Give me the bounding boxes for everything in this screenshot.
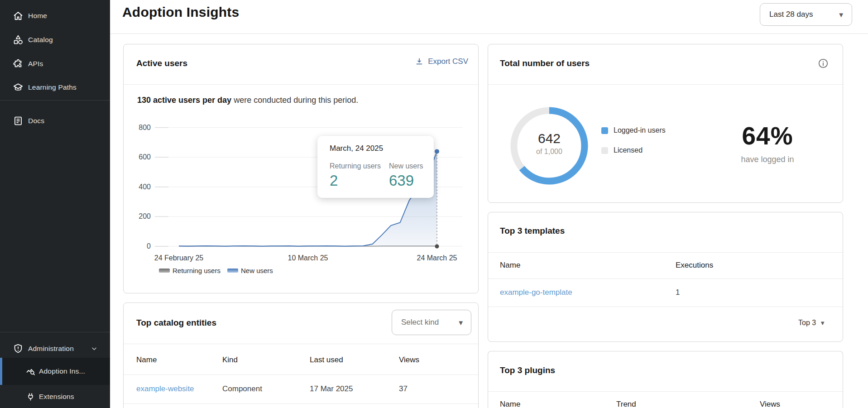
x-axis-tick-label: 10 March 25 bbox=[288, 254, 328, 262]
sidebar-item-docs[interactable]: Docs bbox=[0, 109, 110, 133]
column-header-executions: Executions bbox=[676, 261, 713, 270]
legend-item-logged-in: Logged-in users bbox=[601, 126, 666, 134]
logged-in-percent-block: 64% have logged in bbox=[715, 121, 820, 164]
tooltip-returning-users: Returning users 2 bbox=[330, 162, 381, 189]
card-divider bbox=[124, 344, 479, 344]
column-header-views: Views bbox=[399, 355, 419, 365]
legend-label: Logged-in users bbox=[614, 126, 666, 134]
row-divider bbox=[124, 403, 479, 404]
logged-in-count: 642 bbox=[516, 131, 582, 146]
row-divider bbox=[488, 278, 844, 279]
highlight-point-dot bbox=[435, 149, 439, 154]
sidebar-item-label: Docs bbox=[28, 117, 44, 125]
tooltip-date: March, 24 2025 bbox=[330, 144, 383, 153]
card-title: Top 3 plugins bbox=[500, 365, 555, 375]
chevron-down-icon: ▼ bbox=[820, 320, 825, 326]
y-axis-tick-label: 800 bbox=[139, 124, 151, 131]
sidebar-item-label: Learning Paths bbox=[28, 83, 77, 91]
shield-alert-icon bbox=[13, 343, 24, 354]
tooltip-label: Returning users bbox=[330, 162, 381, 170]
sidebar-item-catalog[interactable]: Catalog bbox=[0, 28, 110, 52]
legend-item-licensed: Licensed bbox=[601, 146, 643, 154]
chevron-down-icon bbox=[91, 345, 98, 352]
sidebar-item-label: Administration bbox=[28, 345, 74, 353]
legend-label: New users bbox=[241, 267, 273, 274]
sidebar-item-label: Catalog bbox=[28, 36, 53, 44]
apis-icon bbox=[13, 58, 24, 69]
donut-center-label: 642 of 1,000 bbox=[516, 131, 582, 156]
licensed-total: of 1,000 bbox=[516, 148, 582, 156]
sidebar-item-learning-paths[interactable]: Learning Paths bbox=[0, 76, 110, 99]
page-title: Adoption Insights bbox=[122, 5, 239, 20]
row-divider bbox=[488, 307, 844, 307]
kind-filter-select[interactable]: Select kind ▼ bbox=[392, 310, 471, 335]
date-range-select[interactable]: Last 28 days ▼ bbox=[760, 3, 852, 26]
legend-label: Licensed bbox=[614, 146, 643, 154]
sidebar-divider bbox=[0, 332, 110, 332]
plug-icon bbox=[26, 392, 35, 402]
column-header-last-used: Last used bbox=[310, 355, 343, 365]
top-n-label: Top 3 bbox=[798, 319, 816, 327]
template-name-link[interactable]: example-go-template bbox=[500, 288, 572, 297]
entity-kind: Component bbox=[222, 384, 262, 394]
chevron-down-icon: ▼ bbox=[457, 319, 464, 326]
card-title: Top 3 templates bbox=[500, 226, 565, 236]
sidebar-item-label: Extensions bbox=[39, 393, 74, 401]
legend-label: Returning users bbox=[173, 267, 221, 274]
card-title: Total number of users bbox=[500, 58, 590, 68]
sidebar-item-home[interactable]: Home bbox=[0, 4, 110, 28]
top-templates-card: Top 3 templates Name Executions example-… bbox=[488, 212, 843, 342]
column-header-views: Views bbox=[760, 400, 780, 408]
kind-filter-placeholder: Select kind bbox=[401, 318, 439, 327]
chart-tooltip: March, 24 2025 Returning users 2 New use… bbox=[317, 136, 434, 198]
sidebar-item-extensions[interactable]: Extensions bbox=[0, 385, 110, 408]
column-header-kind: Kind bbox=[222, 355, 238, 365]
card-divider bbox=[488, 252, 844, 253]
sidebar-item-administration[interactable]: Administration bbox=[0, 337, 110, 360]
top-plugins-card: Top 3 plugins Name Trend Views bbox=[488, 351, 843, 408]
percent-value: 64% bbox=[715, 121, 820, 150]
entity-last-used: 17 Mar 2025 bbox=[310, 384, 353, 394]
column-header-name: Name bbox=[136, 355, 157, 365]
x-axis-tick-label: 24 March 25 bbox=[417, 254, 457, 262]
column-header-trend: Trend bbox=[616, 400, 636, 408]
date-range-value: Last 28 days bbox=[769, 10, 813, 19]
x-axis-tick-label: 24 February 25 bbox=[154, 254, 204, 262]
legend-swatch bbox=[159, 269, 170, 273]
y-axis-tick-label: 400 bbox=[139, 183, 151, 191]
axis-anchor-dot bbox=[435, 245, 439, 249]
column-header-name: Name bbox=[500, 261, 520, 270]
y-axis-tick-label: 200 bbox=[139, 212, 151, 220]
percent-caption: have logged in bbox=[715, 155, 820, 164]
info-icon[interactable] bbox=[818, 58, 829, 69]
sidebar-divider bbox=[0, 100, 110, 101]
sidebar-item-adoption-insights[interactable]: Adoption Ins... bbox=[0, 360, 110, 383]
top-n-selector[interactable]: Top 3 ▼ bbox=[798, 319, 825, 327]
card-divider bbox=[488, 84, 844, 85]
card-title: Top catalog entities bbox=[136, 318, 216, 328]
entity-name-link[interactable]: example-website bbox=[136, 384, 194, 394]
legend-swatch bbox=[227, 269, 238, 273]
sidebar-item-apis[interactable]: APIs bbox=[0, 52, 110, 76]
chevron-down-icon: ▼ bbox=[838, 11, 844, 19]
sidebar-item-label: APIs bbox=[28, 60, 43, 68]
y-axis-tick-label: 0 bbox=[147, 242, 151, 250]
card-divider bbox=[488, 391, 844, 392]
tooltip-label: New users bbox=[389, 162, 423, 170]
sidebar-item-label: Home bbox=[28, 12, 47, 20]
legend-swatch-gray bbox=[601, 147, 608, 154]
query-stats-icon bbox=[26, 367, 35, 376]
column-header-name: Name bbox=[500, 400, 520, 408]
legend-swatch-blue bbox=[601, 127, 608, 134]
row-divider bbox=[124, 374, 479, 375]
sidebar: Home Catalog APIs Learning Paths Docs Ad… bbox=[0, 0, 110, 408]
template-executions: 1 bbox=[676, 288, 680, 297]
learning-paths-icon bbox=[13, 82, 24, 93]
header-divider bbox=[110, 34, 868, 34]
y-axis-tick-label: 600 bbox=[139, 153, 151, 161]
sidebar-item-label: Adoption Ins... bbox=[39, 367, 85, 375]
tooltip-value: 639 bbox=[389, 172, 423, 189]
docs-icon bbox=[13, 115, 24, 126]
entity-views: 37 bbox=[399, 384, 408, 394]
tooltip-new-users: New users 639 bbox=[389, 162, 423, 189]
